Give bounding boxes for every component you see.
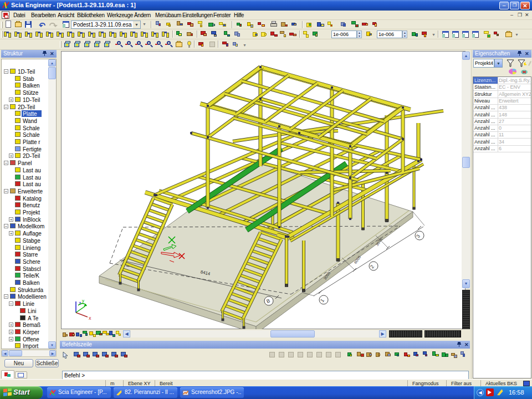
svg-text:y: y <box>82 298 84 303</box>
svg-text:z: z <box>79 300 81 306</box>
svg-text:x: x <box>89 315 91 321</box>
